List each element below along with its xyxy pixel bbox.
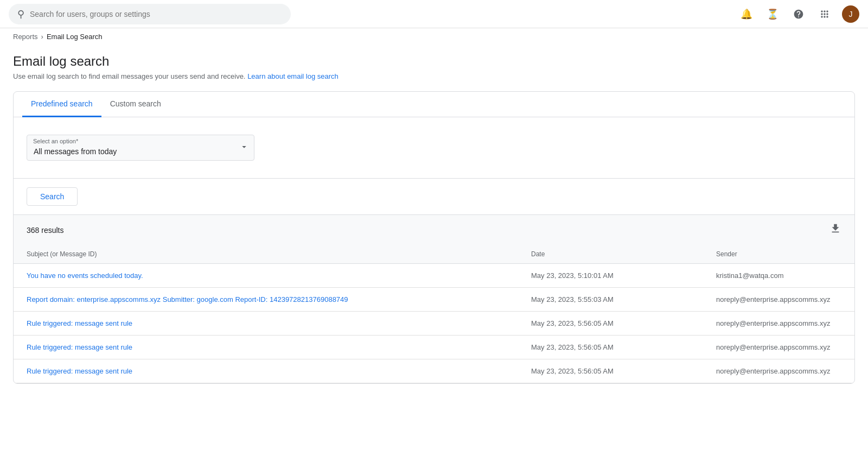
cell-date: May 23, 2023, 5:55:03 AM: [518, 288, 703, 312]
tab-custom[interactable]: Custom search: [101, 92, 170, 117]
subject-link[interactable]: Report domain: enterprise.appscomms.xyz …: [27, 295, 348, 303]
cell-subject: Report domain: enterprise.appscomms.xyz …: [14, 288, 518, 312]
download-icon[interactable]: [829, 223, 841, 237]
cell-date: May 23, 2023, 5:56:05 AM: [518, 312, 703, 336]
breadcrumb-separator: ›: [41, 33, 43, 41]
cell-subject: You have no events scheduled today.: [14, 264, 518, 288]
cell-subject: Rule triggered: message sent rule: [14, 312, 518, 336]
cell-sender: kristina1@watqa.com: [703, 264, 854, 288]
learn-link[interactable]: Learn about email log search: [247, 72, 339, 80]
table-row: Rule triggered: message sent rule May 23…: [14, 336, 854, 359]
search-card: Predefined search Custom search Select a…: [13, 91, 855, 384]
col-header-sender: Sender: [703, 245, 854, 264]
search-icon: ⚲: [17, 8, 24, 20]
main-content: Email log search Use email log search to…: [0, 45, 868, 393]
cell-sender: noreply@enterprise.appscomms.xyz: [703, 336, 854, 359]
apps-grid-icon[interactable]: [816, 5, 833, 23]
cell-sender: noreply@enterprise.appscomms.xyz: [703, 288, 854, 312]
tab-bar: Predefined search Custom search: [14, 92, 854, 117]
breadcrumb: Reports › Email Log Search: [0, 28, 868, 45]
global-search-input[interactable]: [30, 10, 282, 18]
subject-link[interactable]: Rule triggered: message sent rule: [27, 367, 132, 375]
page-title: Email log search: [13, 54, 855, 69]
table-row: Rule triggered: message sent rule May 23…: [14, 359, 854, 383]
subject-link[interactable]: Rule triggered: message sent rule: [27, 319, 132, 327]
table-row: Report domain: enterprise.appscomms.xyz …: [14, 288, 854, 312]
subject-link[interactable]: Rule triggered: message sent rule: [27, 343, 132, 351]
cell-date: May 23, 2023, 5:10:01 AM: [518, 264, 703, 288]
col-header-subject: Subject (or Message ID): [14, 245, 518, 264]
table-row: Rule triggered: message sent rule May 23…: [14, 312, 854, 336]
subject-link[interactable]: You have no events scheduled today.: [27, 271, 143, 280]
results-count: 368 results: [27, 226, 63, 235]
cell-subject: Rule triggered: message sent rule: [14, 336, 518, 359]
table-header-row: Subject (or Message ID) Date Sender: [14, 245, 854, 264]
avatar[interactable]: J: [842, 5, 859, 23]
breadcrumb-parent[interactable]: Reports: [13, 33, 38, 41]
select-label: Select an option*: [33, 138, 78, 144]
page-description: Use email log search to find email messa…: [13, 72, 855, 80]
topbar-right: 🔔 ⏳ J: [738, 5, 859, 23]
tab-predefined-content: Select an option* All messages from toda…: [14, 117, 854, 178]
cell-date: May 23, 2023, 5:56:05 AM: [518, 336, 703, 359]
search-button-area: Search: [14, 178, 854, 214]
cell-subject: Rule triggered: message sent rule: [14, 359, 518, 383]
cell-sender: noreply@enterprise.appscomms.xyz: [703, 359, 854, 383]
breadcrumb-current: Email Log Search: [47, 33, 103, 41]
global-search-bar[interactable]: ⚲: [9, 4, 291, 24]
cell-sender: noreply@enterprise.appscomms.xyz: [703, 312, 854, 336]
timer-icon[interactable]: ⏳: [764, 5, 781, 23]
cell-date: May 23, 2023, 5:56:05 AM: [518, 359, 703, 383]
notifications-icon[interactable]: 🔔: [738, 5, 755, 23]
tab-predefined[interactable]: Predefined search: [22, 92, 101, 117]
search-button[interactable]: Search: [27, 187, 78, 206]
results-bar: 368 results: [14, 214, 854, 245]
help-icon[interactable]: [790, 5, 807, 23]
col-header-date: Date: [518, 245, 703, 264]
predefined-select-wrapper: Select an option* All messages from toda…: [27, 135, 254, 161]
results-table: Subject (or Message ID) Date Sender You …: [14, 245, 854, 383]
topbar: ⚲ 🔔 ⏳ J: [0, 0, 868, 28]
table-row: You have no events scheduled today. May …: [14, 264, 854, 288]
